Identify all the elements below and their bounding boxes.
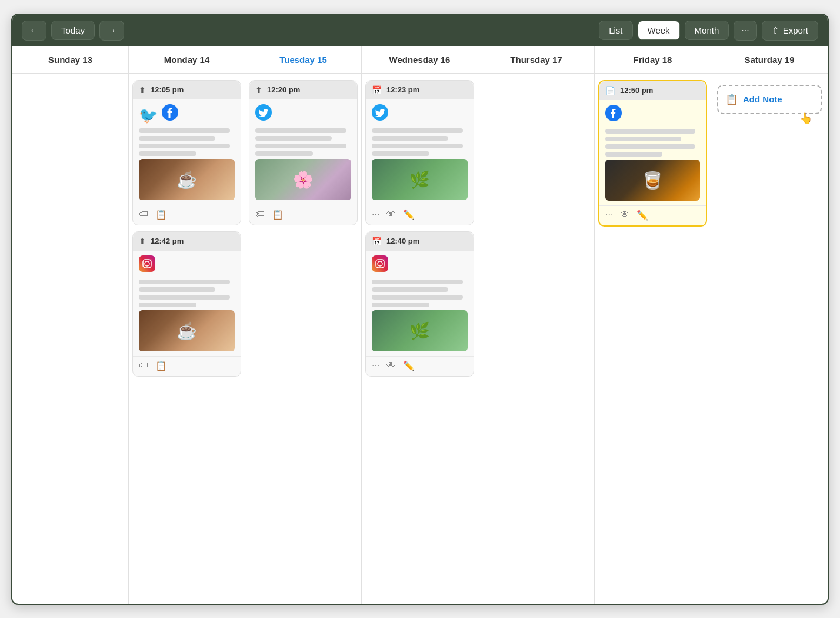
twitter-icon-2 <box>372 104 468 125</box>
tag-icon-2[interactable]: 🏷 <box>139 360 148 371</box>
monday-post-2-body <box>133 251 241 356</box>
forward-button[interactable]: → <box>99 21 124 41</box>
svg-point-4 <box>151 259 152 260</box>
facebook-icon-1: 🐦 <box>139 104 235 125</box>
wednesday-post-1: 📅 12:23 pm ··· 👁 ✏️ <box>365 80 474 225</box>
forward-arrow-icon: → <box>107 25 116 36</box>
friday-column: 📄 12:50 pm ··· 👁 ✏️ <box>595 74 711 604</box>
toolbar: ← Today → List Week Month ··· ⇧ <box>12 15 828 46</box>
facebook-icon-2 <box>605 105 700 125</box>
calendar-header: Sunday 13 Monday 14 Tuesday 15 Wednesday… <box>12 46 828 74</box>
more-icon-2[interactable]: ··· <box>372 360 379 371</box>
wednesday-post-2-footer: ··· 👁 ✏️ <box>366 356 474 376</box>
text-line <box>372 303 429 307</box>
tuesday-post-1-footer: 🏷 📋 <box>249 205 357 225</box>
text-line <box>139 151 196 156</box>
back-button[interactable]: ← <box>22 21 46 41</box>
copy-icon-3[interactable]: 📋 <box>272 209 284 220</box>
day-header-wednesday: Wednesday 16 <box>362 46 478 74</box>
list-view-button[interactable]: List <box>599 21 632 40</box>
wednesday-post-1-time: 12:23 pm <box>386 85 419 94</box>
export-button[interactable]: ⇧ Export <box>762 21 818 41</box>
saturday-column: 📋 Add Note 👆 <box>711 74 828 604</box>
eye-icon-3[interactable]: 👁 <box>620 210 629 220</box>
toolbar-left: ← Today → <box>22 21 124 41</box>
more-button[interactable]: ··· <box>734 21 756 41</box>
twitter-icon-1 <box>255 104 351 125</box>
wednesday-column: 📅 12:23 pm ··· 👁 ✏️ <box>362 74 478 604</box>
post-image-green-1 <box>372 159 468 200</box>
tag-icon[interactable]: 🏷 <box>139 209 148 220</box>
text-line <box>255 128 346 133</box>
day-header-tuesday: Tuesday 15 <box>245 46 362 74</box>
friday-post-1-header: 📄 12:50 pm <box>599 81 706 100</box>
tuesday-post-1-time: 12:20 pm <box>267 85 300 94</box>
edit-icon-3[interactable]: ✏️ <box>636 210 648 221</box>
add-note-label: Add Note <box>743 94 782 104</box>
edit-icon-2[interactable]: ✏️ <box>403 360 415 371</box>
friday-post-1-time: 12:50 pm <box>620 86 653 95</box>
text-line <box>139 295 230 300</box>
more-icon-1[interactable]: ··· <box>372 209 379 220</box>
thursday-column <box>478 74 595 604</box>
text-line <box>605 129 695 134</box>
copy-icon-2[interactable]: 📋 <box>155 360 167 371</box>
text-line <box>139 303 196 307</box>
calendar-icon-2: 📅 <box>372 237 382 246</box>
text-line <box>255 136 332 141</box>
tuesday-post-1-body <box>249 99 357 205</box>
svg-rect-1 <box>139 255 155 272</box>
post-image-whiskey-1 <box>605 160 700 201</box>
tuesday-post-1-header: ⬆ 12:20 pm <box>249 81 357 99</box>
wednesday-post-1-body <box>366 99 474 205</box>
day-header-thursday: Thursday 17 <box>478 46 595 74</box>
text-line <box>372 295 463 300</box>
list-label: List <box>609 25 622 35</box>
export-icon: ⇧ <box>772 25 779 36</box>
text-line <box>139 128 230 133</box>
week-view-button[interactable]: Week <box>638 21 680 40</box>
month-view-button[interactable]: Month <box>685 21 729 40</box>
more-icon-3[interactable]: ··· <box>605 210 613 220</box>
back-arrow-icon: ← <box>29 25 39 36</box>
text-line <box>605 137 681 141</box>
monday-post-2-footer: 🏷 📋 <box>133 356 241 376</box>
post-image-coffee-2 <box>139 310 235 351</box>
eye-icon-2[interactable]: 👁 <box>386 360 396 371</box>
tuesday-post-1: ⬆ 12:20 pm 🏷 📋 <box>249 80 358 225</box>
wednesday-post-2-header: 📅 12:40 pm <box>366 232 474 251</box>
edit-icon-1[interactable]: ✏️ <box>403 209 415 220</box>
monday-post-1-footer: 🏷 📋 <box>133 205 241 225</box>
cursor-icon: 👆 <box>799 112 812 125</box>
today-button[interactable]: Today <box>51 21 95 40</box>
upload-icon-1: ⬆ <box>139 85 146 95</box>
calendar-icon-1: 📅 <box>372 85 382 95</box>
post-image-green-2 <box>372 310 468 351</box>
text-line <box>139 144 230 148</box>
text-line <box>372 136 448 141</box>
monday-post-1: ⬆ 12:05 pm 🐦 🏷 📋 <box>132 80 241 225</box>
text-line <box>139 287 215 292</box>
text-line <box>255 151 313 156</box>
text-line <box>372 287 448 292</box>
month-label: Month <box>695 25 719 35</box>
add-note-button[interactable]: 📋 Add Note 👆 <box>717 85 822 114</box>
today-label: Today <box>61 25 85 35</box>
text-line <box>372 151 429 156</box>
monday-post-1-body: 🐦 <box>133 99 241 205</box>
wednesday-post-2-time: 12:40 pm <box>386 237 419 245</box>
monday-column: ⬆ 12:05 pm 🐦 🏷 📋 <box>129 74 245 604</box>
copy-icon[interactable]: 📋 <box>155 209 167 220</box>
export-label: Export <box>783 25 808 35</box>
upload-icon-3: ⬆ <box>255 85 262 95</box>
monday-post-2: ⬆ 12:42 pm 🏷 📋 <box>132 231 241 377</box>
text-line <box>139 280 230 284</box>
svg-rect-7 <box>372 255 388 272</box>
monday-post-1-header: ⬆ 12:05 pm <box>133 81 241 99</box>
day-header-sunday: Sunday 13 <box>12 46 129 74</box>
eye-icon-1[interactable]: 👁 <box>386 209 396 220</box>
day-header-friday: Friday 18 <box>595 46 711 74</box>
tag-icon-3[interactable]: 🏷 <box>255 209 265 220</box>
friday-post-1-footer: ··· 👁 ✏️ <box>599 205 706 225</box>
wednesday-post-2: 📅 12:40 pm ··· 👁 ✏️ <box>365 231 474 377</box>
